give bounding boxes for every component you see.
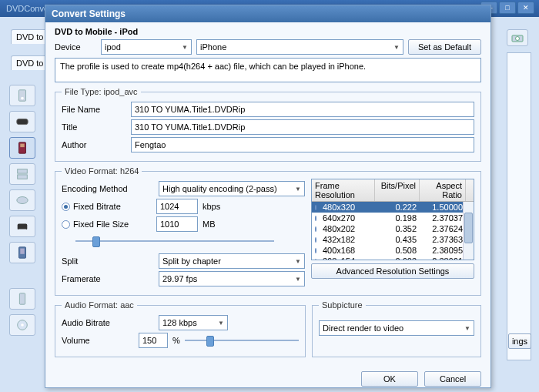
ok-button[interactable]: OK [361,371,418,387]
split-label: Split [62,256,159,266]
svg-point-14 [516,37,520,41]
encoding-select[interactable]: High quality encoding (2-pass)▼ [159,181,305,196]
author-label: Author [62,140,131,149]
filename-input[interactable]: 310 TO YUMA.Title1.DVDRip [131,102,474,117]
device-label: Device [55,42,101,52]
volume-input[interactable]: 150 [139,333,168,348]
rail-controller-icon[interactable] [9,216,35,237]
fixed-bitrate-label: Fixed Bitrate [73,202,156,211]
filetype-legend: File Type: ipod_avc [62,87,141,96]
chevron-down-icon: ▼ [295,258,301,265]
audio-legend: Audio Format: aac [62,300,137,310]
subpicture-legend: Subpicture [319,300,366,310]
bitrate-slider[interactable] [75,235,274,247]
filesize-input[interactable]: 1010 [156,216,198,232]
rail-psp-icon[interactable] [9,111,35,132]
device-rail [9,85,40,336]
framerate-label: Framerate [62,274,159,283]
title-label: Title [62,122,131,132]
resolution-row[interactable]: 368x1540.6032.38961 [312,256,474,260]
resolution-row[interactable]: 480x2020.3522.37624 [312,223,474,234]
svg-point-1 [21,97,24,100]
chevron-down-icon: ▼ [295,276,301,283]
svg-rect-6 [18,175,28,179]
res-scrollbar[interactable] [463,202,474,260]
right-sidebar [507,29,531,371]
set-default-button[interactable]: Set as Default [408,39,481,55]
volume-unit: % [172,336,180,345]
filetype-group: File Type: ipod_avc File Name310 TO YUMA… [55,87,481,162]
res-table-header: Frame ResolutionBits/PixelAspect Ratio [312,179,474,202]
audio-bitrate-label: Audio Bitrate [62,318,159,327]
audio-group: Audio Format: aac Audio Bitrate128 kbps▼… [55,300,306,357]
video-group: Video Format: h264 Encoding MethodHigh q… [55,166,481,296]
bitrate-unit: kbps [203,202,220,211]
rail-nds-icon[interactable] [9,163,35,185]
convert-settings-dialog: Convert Settings DVD to Mobile - iPod De… [45,5,491,388]
snapshot-icon[interactable] [507,29,528,46]
fixed-filesize-radio[interactable] [62,220,70,229]
chevron-down-icon: ▼ [218,320,224,327]
subpicture-group: Subpicture Direct render to video▼ [312,300,481,357]
rail-pda-icon[interactable] [9,242,35,263]
dialog-title: Convert Settings [45,5,490,22]
resolution-row[interactable]: 432x1820.4352.37363 [312,234,474,245]
volume-label: Volume [62,336,139,345]
filesize-unit: MB [203,219,216,229]
chevron-down-icon: ▼ [393,44,400,51]
chevron-down-icon: ▼ [464,325,470,332]
cancel-button[interactable]: Cancel [424,371,481,387]
resolution-row[interactable]: 640x2700.1982.37037 [312,213,474,223]
framerate-select[interactable]: 29.97 fps▼ [159,271,305,286]
resolution-table: Frame ResolutionBits/PixelAspect Ratio 4… [311,179,474,260]
svg-point-12 [21,323,24,327]
maximize-button[interactable]: □ [499,2,516,14]
svg-rect-2 [17,119,28,124]
chevron-down-icon: ▼ [182,44,188,51]
rail-disc-icon[interactable] [9,314,35,336]
rail-xbox-icon[interactable] [9,189,35,211]
volume-slider[interactable] [185,334,299,347]
split-select[interactable]: Split by chapter▼ [159,253,305,269]
fixed-bitrate-radio[interactable] [62,203,70,211]
dialog-subtitle: DVD to Mobile - iPod [45,22,490,38]
subpicture-select[interactable]: Direct render to video▼ [319,320,474,336]
close-button[interactable]: ✕ [517,2,534,14]
resolution-row[interactable]: 480x3200.2221.50000 [312,202,474,213]
filename-label: File Name [62,105,131,114]
device-select-2[interactable]: iPhone▼ [196,39,403,55]
chevron-down-icon: ▼ [295,186,301,193]
author-input[interactable]: Fengtao [131,137,474,152]
right-panel [507,52,531,360]
bitrate-input[interactable]: 1024 [156,199,198,214]
svg-rect-10 [19,293,25,304]
svg-point-7 [17,197,28,204]
settings-button-bg[interactable]: ings [508,333,531,349]
svg-rect-9 [20,249,24,254]
rail-zune-icon[interactable] [9,137,35,159]
title-input[interactable]: 310 TO YUMA.Title1.DVDRip [131,119,474,135]
svg-rect-5 [18,169,28,173]
device-select-1[interactable]: ipod▼ [101,39,192,55]
video-legend: Video Format: h264 [62,166,142,176]
advanced-resolution-button[interactable]: Advanced Resolution Settings [311,263,474,279]
rail-phone-icon[interactable] [9,288,35,310]
fixed-filesize-label: Fixed File Size [73,219,156,229]
resolution-row[interactable]: 400x1680.5082.38095 [312,245,474,256]
encoding-label: Encoding Method [62,184,159,193]
rail-ipod-icon[interactable] [9,85,35,106]
svg-rect-4 [20,144,24,148]
audio-bitrate-select[interactable]: 128 kbps▼ [159,315,228,330]
profile-description: The profile is used to create mp4(h264 +… [55,58,481,82]
